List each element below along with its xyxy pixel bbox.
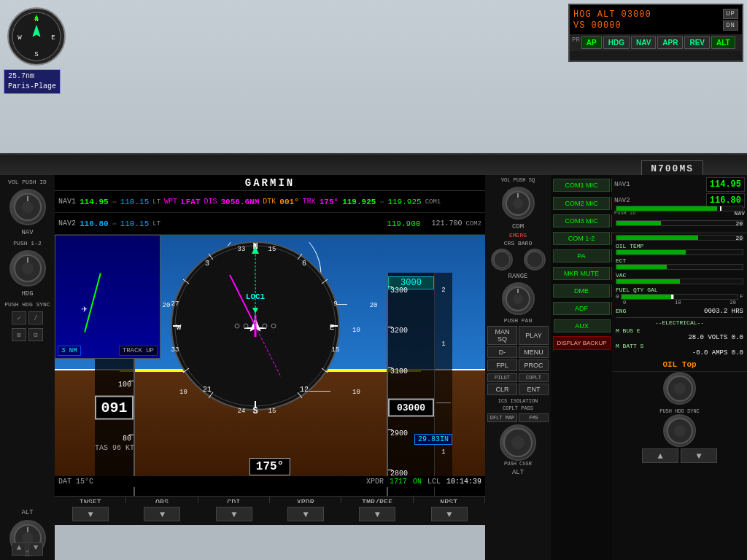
- oil-top-label: OIL Top: [616, 360, 743, 369]
- push-hdg-sync-right: PUSH HDG SYNC: [612, 408, 747, 414]
- dflt-fms-row: DFLT MAP FMS: [485, 411, 551, 424]
- fuel-units: F: [740, 293, 743, 300]
- bus-e-value: 28.0 VOLTS 0.0: [616, 334, 743, 341]
- ap-ap-btn[interactable]: AP: [581, 36, 602, 49]
- ap-up-btn[interactable]: UP: [723, 9, 738, 19]
- right-arrow-dn[interactable]: ▼: [681, 448, 717, 463]
- check-icon[interactable]: ✓: [12, 311, 26, 324]
- pilot-btn[interactable]: PILOT: [487, 373, 517, 382]
- man-sq-btn[interactable]: MAN SQ: [487, 326, 517, 345]
- fuel-fill: [622, 295, 674, 299]
- left-arrow-dn[interactable]: ▼: [28, 542, 43, 556]
- mkr-mute-btn[interactable]: MKR MUTE: [553, 267, 610, 280]
- arrow-btn-5[interactable]: ▼: [359, 507, 395, 521]
- oil-temp-label: OIL TEMP: [616, 243, 743, 249]
- menu-btn[interactable]: MENU: [519, 346, 549, 358]
- com12-btn[interactable]: COM 1-2: [553, 232, 610, 245]
- com2-stby: 121.700: [431, 219, 462, 228]
- adf-btn[interactable]: ADF: [553, 302, 610, 315]
- trk-value: 175°: [320, 198, 338, 206]
- ap-hdg-btn[interactable]: HDG: [603, 36, 630, 49]
- tas-display: TAS 96 KT: [95, 444, 134, 452]
- garmin-header: GARMIN: [55, 175, 485, 191]
- arrow-btn-4[interactable]: ▼: [287, 507, 324, 521]
- ap-apr-btn[interactable]: APR: [657, 36, 683, 49]
- right-arrow-row: ▲ ▼: [612, 447, 747, 464]
- vol-knob-right[interactable]: [502, 187, 535, 219]
- com12-tel-row: COM 1-2 TEL: [553, 230, 611, 246]
- dflt-map-label: DFLT MAP: [487, 413, 517, 422]
- vsi-1-dn: 1: [435, 448, 452, 456]
- hdg-knob-right[interactable]: [663, 372, 696, 405]
- nav1-lt: LT: [152, 198, 160, 206]
- alt-label-left: ALT: [21, 509, 33, 516]
- push-12-label: PUSH 1-2: [13, 240, 41, 246]
- nav-compass: N E S W: [7, 7, 66, 66]
- proc-btn[interactable]: PROC: [519, 359, 549, 371]
- fpl-btn[interactable]: FPL: [487, 359, 517, 371]
- grid-icon-1[interactable]: ⊞: [12, 328, 26, 341]
- fuel-scale-10: 10: [675, 300, 681, 306]
- hdg-knob-left[interactable]: [9, 250, 46, 287]
- arrow-btn-6[interactable]: ▼: [431, 507, 468, 521]
- com2-mic-btn[interactable]: COM2 MIC: [553, 197, 610, 210]
- bus-e-label: M BUS E: [616, 327, 640, 334]
- clr-btn[interactable]: CLR: [487, 384, 517, 395]
- aux-row: AUX: [553, 318, 611, 334]
- ap-alt-btn[interactable]: ALT: [711, 36, 735, 49]
- ap-pr-label: PR: [572, 36, 580, 49]
- nav-distance: 25.7nm: [8, 71, 56, 82]
- pitch-label-10up-r: 10: [352, 327, 360, 334]
- dashboard-bar: [0, 153, 747, 175]
- display-backup-btn[interactable]: DISPLAY BACKUP: [553, 336, 611, 350]
- coplt-btn[interactable]: COPLT: [519, 373, 549, 382]
- ent-btn[interactable]: ENT: [519, 384, 549, 395]
- arrow-btn-1[interactable]: ▼: [72, 507, 109, 521]
- com1-mic-btn[interactable]: COM1 MIC: [553, 179, 610, 192]
- right-arrow-up[interactable]: ▲: [642, 448, 678, 463]
- fflow-scale: 20: [732, 220, 743, 226]
- status-bar: DAT 15°C XPDR 1717 ON LCL 10:14:39: [55, 476, 485, 487]
- nav1-stby: 110.15: [120, 198, 150, 206]
- slash-icon[interactable]: /: [28, 311, 43, 324]
- spd-100: 100: [118, 381, 131, 389]
- aux-btn[interactable]: AUX: [554, 319, 611, 332]
- com1-stby: 119.925: [387, 198, 421, 206]
- crs-knob[interactable]: [491, 249, 513, 271]
- eng-hrs-row: ENG 0003.2 HRS: [616, 308, 743, 315]
- arrow-btn-2[interactable]: ▼: [144, 507, 180, 521]
- svg-point-63: [513, 198, 523, 209]
- fflow-gauge-bar: 20: [616, 220, 743, 226]
- com3-mic-btn[interactable]: COM3 MIC: [553, 214, 610, 228]
- pa-btn[interactable]: PA: [553, 249, 610, 262]
- push-cssr-knob[interactable]: [500, 424, 536, 461]
- ap-nav-btn[interactable]: NAV: [631, 36, 656, 49]
- pitch-label-10dn-r: 10: [352, 389, 360, 396]
- heading-display: 175°: [249, 458, 290, 475]
- ap-buttons-row: PR AP HDG NAV APR REV ALT: [570, 34, 742, 51]
- vsi-zero-line: [436, 402, 451, 403]
- dme-btn[interactable]: DME: [553, 284, 610, 298]
- baro-knob[interactable]: [524, 249, 546, 271]
- pitch-label-20up-r: 20: [370, 302, 378, 309]
- alt-tick-3100: [388, 368, 392, 368]
- com2-label: COM2: [465, 220, 481, 228]
- ect-bar: [616, 264, 743, 270]
- batt-value: -0.0 AMPS 0.0: [616, 349, 743, 357]
- wpt-label: WPT: [164, 198, 177, 206]
- svg-text:33: 33: [238, 246, 246, 253]
- push-hdg-sync-label: PUSH HDG SYNC: [4, 301, 50, 308]
- play-btn[interactable]: PLAY: [519, 326, 549, 345]
- vol-knob[interactable]: [9, 189, 46, 225]
- d-btn[interactable]: D-: [487, 346, 517, 358]
- ap-dn-btn[interactable]: DN: [723, 20, 738, 31]
- baro-setting: 29.83IN: [414, 434, 452, 445]
- svg-text:24: 24: [238, 408, 246, 415]
- alt-knob-right[interactable]: [663, 414, 696, 447]
- grid-icon-2[interactable]: ⊟: [28, 328, 43, 341]
- ap-rev-btn[interactable]: REV: [684, 36, 710, 49]
- range-knob[interactable]: [502, 282, 535, 315]
- left-arrow-up[interactable]: ▲: [12, 542, 26, 556]
- time-display: 10:14:39: [446, 478, 481, 486]
- arrow-btn-3[interactable]: ▼: [216, 507, 252, 521]
